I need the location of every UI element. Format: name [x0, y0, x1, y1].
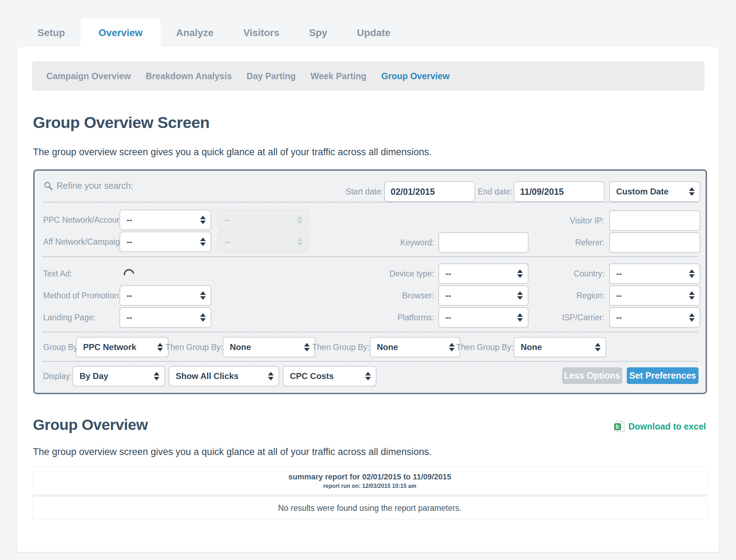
- then-group-by-2-value: None: [377, 342, 398, 352]
- section-description: The group overview screen gives you a qu…: [33, 447, 432, 457]
- dotted-divider: [42, 361, 698, 362]
- select-arrows-icon: [689, 313, 695, 322]
- download-to-excel-label: Download to excel: [629, 421, 706, 432]
- loading-spinner-icon: [122, 267, 136, 282]
- section-title: Group Overview: [33, 416, 148, 433]
- landing-page-label: Landing Page:: [43, 307, 95, 328]
- subnav-breakdown-analysis[interactable]: Breakdown Analysis: [146, 71, 232, 81]
- browser-label: Browser:: [363, 285, 434, 306]
- excel-icon: [614, 420, 625, 432]
- country-select[interactable]: --: [609, 263, 700, 284]
- then-group-by-3-select[interactable]: None: [514, 337, 606, 357]
- select-arrows-icon: [517, 269, 523, 278]
- date-range-value: Custom Date: [616, 187, 668, 197]
- dotted-divider: [42, 202, 698, 203]
- refine-search-header: Refine your search:: [44, 181, 133, 191]
- device-type-value: --: [445, 269, 451, 279]
- then-group-by-1-value: None: [230, 342, 251, 352]
- then-group-by-1-label: Then Group By:: [165, 337, 222, 357]
- subnav: Campaign Overview Breakdown Analysis Day…: [32, 61, 705, 91]
- subnav-week-parting[interactable]: Week Parting: [311, 71, 367, 81]
- isp-carrier-value: --: [616, 313, 622, 322]
- method-of-promotion-select[interactable]: --: [119, 285, 211, 306]
- start-date-label: Start date:: [332, 181, 383, 202]
- no-results-message: No results were found using the report p…: [278, 503, 461, 513]
- aff-network-value: --: [127, 237, 132, 247]
- select-arrows-icon: [200, 238, 206, 246]
- ppc-network-label: PPC Network/Account:: [43, 210, 126, 230]
- report-summary-row: summary report for 02/01/2015 to 11/09/2…: [33, 467, 707, 494]
- referer-input[interactable]: [609, 232, 700, 253]
- subnav-group-overview[interactable]: Group Overview: [381, 71, 449, 81]
- text-ad-label: Text Ad:: [43, 263, 72, 284]
- tab-visitors[interactable]: Visitors: [228, 27, 294, 39]
- then-group-by-2-select[interactable]: None: [370, 337, 460, 357]
- then-group-by-1-select[interactable]: None: [223, 337, 315, 357]
- select-arrows-icon: [297, 216, 303, 224]
- report-table: summary report for 02/01/2015 to 11/09/2…: [32, 466, 707, 520]
- display-clicks-value: Show All Clicks: [176, 371, 239, 381]
- region-value: --: [616, 291, 622, 301]
- select-arrows-icon: [365, 372, 371, 380]
- refine-search-panel: Refine your search: Start date: End date…: [33, 169, 707, 394]
- date-range-select[interactable]: Custom Date: [609, 181, 700, 202]
- tab-spy[interactable]: Spy: [294, 27, 342, 39]
- subnav-campaign-overview[interactable]: Campaign Overview: [46, 71, 131, 81]
- select-arrows-icon: [689, 291, 695, 300]
- browser-value: --: [445, 291, 451, 301]
- select-arrows-icon: [517, 291, 523, 300]
- isp-carrier-label: ISP/Carrier:: [534, 307, 604, 328]
- browser-select[interactable]: --: [438, 285, 528, 306]
- tab-setup[interactable]: Setup: [23, 27, 80, 39]
- ppc-account-select: --: [217, 210, 308, 230]
- tab-update[interactable]: Update: [342, 27, 405, 39]
- group-by-select[interactable]: PPC Network: [76, 337, 169, 357]
- dotted-divider: [42, 332, 698, 332]
- then-group-by-2-label: Then Group By:: [312, 337, 369, 357]
- tab-overview[interactable]: Overview: [80, 18, 162, 47]
- main-card: Campaign Overview Breakdown Analysis Day…: [17, 47, 719, 552]
- ppc-network-select[interactable]: --: [119, 210, 211, 230]
- aff-campaign-select: --: [217, 232, 308, 252]
- group-by-label: Group By:: [43, 337, 80, 357]
- device-type-select[interactable]: --: [438, 263, 528, 284]
- search-icon: [44, 181, 53, 191]
- referer-label: Referer:: [534, 232, 604, 253]
- visitor-ip-input[interactable]: [609, 210, 700, 231]
- then-group-by-3-value: None: [521, 342, 542, 352]
- display-clicks-select[interactable]: Show All Clicks: [169, 366, 279, 386]
- platforms-select[interactable]: --: [438, 307, 528, 328]
- report-results-row: No results were found using the report p…: [33, 497, 707, 519]
- keyword-input[interactable]: [438, 232, 528, 253]
- select-arrows-icon: [157, 343, 163, 351]
- select-arrows-icon: [689, 187, 695, 196]
- landing-page-select[interactable]: --: [119, 307, 211, 328]
- region-label: Region:: [534, 285, 604, 306]
- select-arrows-icon: [200, 291, 206, 300]
- start-date-input[interactable]: [384, 181, 475, 202]
- download-to-excel-link[interactable]: Download to excel: [614, 420, 706, 432]
- ppc-account-value: --: [224, 215, 230, 225]
- display-costs-select[interactable]: CPC Costs: [283, 366, 376, 386]
- end-date-input[interactable]: [514, 181, 604, 202]
- display-period-select[interactable]: By Day: [72, 366, 165, 386]
- aff-network-select[interactable]: --: [119, 232, 211, 252]
- dotted-divider: [42, 256, 698, 257]
- select-arrows-icon: [200, 216, 206, 224]
- landing-page-value: --: [127, 313, 132, 322]
- visitor-ip-label: Visitor IP:: [534, 210, 604, 231]
- isp-carrier-select[interactable]: --: [609, 307, 700, 328]
- subnav-day-parting[interactable]: Day Parting: [247, 71, 296, 81]
- less-options-button[interactable]: Less Options: [562, 367, 622, 384]
- report-run-on: report run on: 12/03/2015 10:15 am: [33, 483, 707, 489]
- select-arrows-icon: [449, 343, 455, 351]
- tab-analyze[interactable]: Analyze: [161, 27, 228, 39]
- keyword-label: Keyword:: [363, 232, 434, 253]
- region-select[interactable]: --: [609, 285, 700, 306]
- select-arrows-icon: [154, 372, 159, 380]
- display-period-value: By Day: [80, 371, 108, 381]
- set-preferences-button[interactable]: Set Preferences: [627, 367, 699, 384]
- group-by-value: PPC Network: [83, 342, 136, 352]
- select-arrows-icon: [595, 343, 601, 351]
- select-arrows-icon: [268, 372, 274, 380]
